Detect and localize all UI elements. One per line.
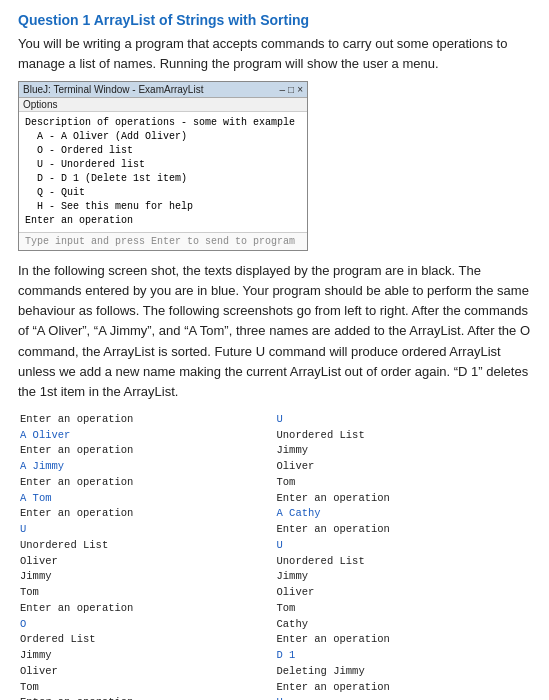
left-col-line-12: Enter an operation: [20, 601, 273, 617]
left-col-line-8: Unordered List: [20, 538, 273, 554]
terminal-line-5: D - D 1 (Delete 1st item): [25, 172, 301, 186]
terminal-input[interactable]: Type input and press Enter to send to pr…: [19, 232, 307, 250]
right-col-line-15: D 1: [277, 648, 530, 664]
right-col-line-6: A Cathy: [277, 506, 530, 522]
left-col-line-15: Jimmy: [20, 648, 273, 664]
close-icon[interactable]: ×: [297, 84, 303, 95]
terminal-menubar[interactable]: Options: [19, 98, 307, 112]
left-col-line-14: Ordered List: [20, 632, 273, 648]
intro-text: You will be writing a program that accep…: [18, 34, 531, 73]
right-col-line-2: Jimmy: [277, 443, 530, 459]
right-col-line-10: Jimmy: [277, 569, 530, 585]
right-col-line-3: Oliver: [277, 459, 530, 475]
screenshots-area: Enter an operationA OliverEnter an opera…: [18, 412, 531, 700]
left-col-line-2: Enter an operation: [20, 443, 273, 459]
left-col-line-18: Enter an operation: [20, 695, 273, 700]
terminal-title: BlueJ: Terminal Window - ExamArrayList: [23, 84, 203, 95]
terminal-line-1: Description of operations - some with ex…: [25, 116, 301, 130]
minimize-icon[interactable]: –: [280, 84, 286, 95]
left-col-line-10: Jimmy: [20, 569, 273, 585]
left-col-line-7: U: [20, 522, 273, 538]
right-col-line-17: Enter an operation: [277, 680, 530, 696]
maximize-icon[interactable]: □: [288, 84, 294, 95]
terminal-line-7: H - See this menu for help: [25, 200, 301, 214]
terminal-line-6: Q - Quit: [25, 186, 301, 200]
left-col-line-5: A Tom: [20, 491, 273, 507]
right-col-line-13: Cathy: [277, 617, 530, 633]
right-col-line-11: Oliver: [277, 585, 530, 601]
right-col-line-4: Tom: [277, 475, 530, 491]
right-col-line-12: Tom: [277, 601, 530, 617]
terminal-line-8: Enter an operation: [25, 214, 301, 228]
options-menu[interactable]: Options: [23, 99, 57, 110]
body-text: In the following screen shot, the texts …: [18, 261, 531, 402]
right-col-line-5: Enter an operation: [277, 491, 530, 507]
right-col-line-18: U: [277, 695, 530, 700]
left-col-line-17: Tom: [20, 680, 273, 696]
terminal-titlebar: BlueJ: Terminal Window - ExamArrayList –…: [19, 82, 307, 98]
right-col-line-1: Unordered List: [277, 428, 530, 444]
terminal-body: Description of operations - some with ex…: [19, 112, 307, 232]
terminal-line-3: O - Ordered list: [25, 144, 301, 158]
terminal-line-4: U - Unordered list: [25, 158, 301, 172]
right-col-line-9: Unordered List: [277, 554, 530, 570]
right-col-line-8: U: [277, 538, 530, 554]
left-col-line-1: A Oliver: [20, 428, 273, 444]
terminal-window: BlueJ: Terminal Window - ExamArrayList –…: [18, 81, 308, 251]
left-col-line-16: Oliver: [20, 664, 273, 680]
right-col-line-14: Enter an operation: [277, 632, 530, 648]
terminal-line-2: A - A Oliver (Add Oliver): [25, 130, 301, 144]
right-col-line-0: U: [277, 412, 530, 428]
right-column: UUnordered List Jimmy Oliver TomEnter an…: [275, 412, 532, 700]
left-col-line-3: A Jimmy: [20, 459, 273, 475]
left-col-line-9: Oliver: [20, 554, 273, 570]
question-title: Question 1 ArrayList of Strings with Sor…: [18, 12, 531, 28]
left-col-line-13: O: [20, 617, 273, 633]
left-column: Enter an operationA OliverEnter an opera…: [18, 412, 275, 700]
right-col-line-7: Enter an operation: [277, 522, 530, 538]
left-col-line-4: Enter an operation: [20, 475, 273, 491]
terminal-input-placeholder: Type input and press Enter to send to pr…: [25, 236, 295, 247]
left-col-line-6: Enter an operation: [20, 506, 273, 522]
right-col-line-16: Deleting Jimmy: [277, 664, 530, 680]
terminal-controls[interactable]: – □ ×: [280, 84, 303, 95]
left-col-line-0: Enter an operation: [20, 412, 273, 428]
left-col-line-11: Tom: [20, 585, 273, 601]
